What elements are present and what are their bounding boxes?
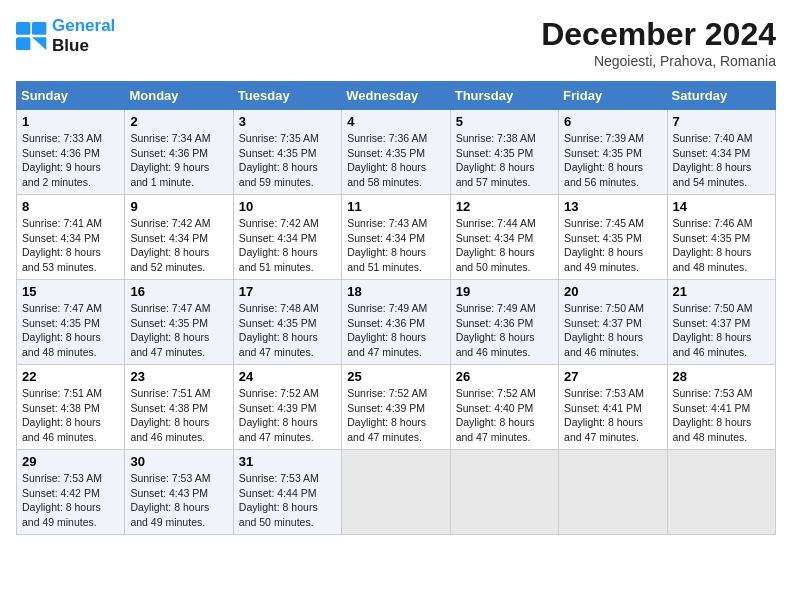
day-detail: Sunrise: 7:51 AMSunset: 4:38 PMDaylight:… (130, 387, 210, 443)
weekday-header-tuesday: Tuesday (233, 82, 341, 110)
day-number: 1 (22, 114, 119, 129)
location: Negoiesti, Prahova, Romania (541, 53, 776, 69)
calendar-cell: 14 Sunrise: 7:46 AMSunset: 4:35 PMDaylig… (667, 195, 775, 280)
calendar-cell: 17 Sunrise: 7:48 AMSunset: 4:35 PMDaylig… (233, 280, 341, 365)
day-detail: Sunrise: 7:52 AMSunset: 4:40 PMDaylight:… (456, 387, 536, 443)
day-detail: Sunrise: 7:35 AMSunset: 4:35 PMDaylight:… (239, 132, 319, 188)
day-number: 18 (347, 284, 444, 299)
calendar-cell: 28 Sunrise: 7:53 AMSunset: 4:41 PMDaylig… (667, 365, 775, 450)
day-detail: Sunrise: 7:47 AMSunset: 4:35 PMDaylight:… (130, 302, 210, 358)
day-number: 30 (130, 454, 227, 469)
day-number: 14 (673, 199, 770, 214)
day-number: 5 (456, 114, 553, 129)
day-detail: Sunrise: 7:53 AMSunset: 4:43 PMDaylight:… (130, 472, 210, 528)
calendar-cell: 30 Sunrise: 7:53 AMSunset: 4:43 PMDaylig… (125, 450, 233, 535)
calendar-cell: 20 Sunrise: 7:50 AMSunset: 4:37 PMDaylig… (559, 280, 667, 365)
day-number: 26 (456, 369, 553, 384)
page-header: General Blue December 2024 Negoiesti, Pr… (16, 16, 776, 69)
day-number: 20 (564, 284, 661, 299)
weekday-header-monday: Monday (125, 82, 233, 110)
day-detail: Sunrise: 7:51 AMSunset: 4:38 PMDaylight:… (22, 387, 102, 443)
month-title: December 2024 (541, 16, 776, 53)
calendar-cell: 4 Sunrise: 7:36 AMSunset: 4:35 PMDayligh… (342, 110, 450, 195)
calendar-cell: 8 Sunrise: 7:41 AMSunset: 4:34 PMDayligh… (17, 195, 125, 280)
calendar-cell (559, 450, 667, 535)
day-detail: Sunrise: 7:49 AMSunset: 4:36 PMDaylight:… (456, 302, 536, 358)
day-number: 3 (239, 114, 336, 129)
day-number: 4 (347, 114, 444, 129)
calendar-cell: 31 Sunrise: 7:53 AMSunset: 4:44 PMDaylig… (233, 450, 341, 535)
day-number: 12 (456, 199, 553, 214)
weekday-header-thursday: Thursday (450, 82, 558, 110)
day-number: 27 (564, 369, 661, 384)
day-detail: Sunrise: 7:42 AMSunset: 4:34 PMDaylight:… (239, 217, 319, 273)
day-detail: Sunrise: 7:48 AMSunset: 4:35 PMDaylight:… (239, 302, 319, 358)
day-detail: Sunrise: 7:33 AMSunset: 4:36 PMDaylight:… (22, 132, 102, 188)
day-number: 2 (130, 114, 227, 129)
calendar-cell: 9 Sunrise: 7:42 AMSunset: 4:34 PMDayligh… (125, 195, 233, 280)
day-detail: Sunrise: 7:41 AMSunset: 4:34 PMDaylight:… (22, 217, 102, 273)
calendar-cell: 2 Sunrise: 7:34 AMSunset: 4:36 PMDayligh… (125, 110, 233, 195)
day-number: 6 (564, 114, 661, 129)
day-detail: Sunrise: 7:42 AMSunset: 4:34 PMDaylight:… (130, 217, 210, 273)
calendar-cell (667, 450, 775, 535)
day-number: 15 (22, 284, 119, 299)
calendar-week-2: 8 Sunrise: 7:41 AMSunset: 4:34 PMDayligh… (17, 195, 776, 280)
calendar-cell: 21 Sunrise: 7:50 AMSunset: 4:37 PMDaylig… (667, 280, 775, 365)
calendar-cell: 22 Sunrise: 7:51 AMSunset: 4:38 PMDaylig… (17, 365, 125, 450)
calendar-cell (450, 450, 558, 535)
day-detail: Sunrise: 7:43 AMSunset: 4:34 PMDaylight:… (347, 217, 427, 273)
calendar-cell: 13 Sunrise: 7:45 AMSunset: 4:35 PMDaylig… (559, 195, 667, 280)
title-block: December 2024 Negoiesti, Prahova, Romani… (541, 16, 776, 69)
calendar-table: SundayMondayTuesdayWednesdayThursdayFrid… (16, 81, 776, 535)
calendar-cell: 5 Sunrise: 7:38 AMSunset: 4:35 PMDayligh… (450, 110, 558, 195)
day-detail: Sunrise: 7:53 AMSunset: 4:42 PMDaylight:… (22, 472, 102, 528)
calendar-cell: 26 Sunrise: 7:52 AMSunset: 4:40 PMDaylig… (450, 365, 558, 450)
day-detail: Sunrise: 7:46 AMSunset: 4:35 PMDaylight:… (673, 217, 753, 273)
day-number: 9 (130, 199, 227, 214)
calendar-cell: 6 Sunrise: 7:39 AMSunset: 4:35 PMDayligh… (559, 110, 667, 195)
calendar-cell: 23 Sunrise: 7:51 AMSunset: 4:38 PMDaylig… (125, 365, 233, 450)
weekday-header-saturday: Saturday (667, 82, 775, 110)
calendar-cell: 29 Sunrise: 7:53 AMSunset: 4:42 PMDaylig… (17, 450, 125, 535)
svg-rect-1 (16, 38, 30, 51)
day-number: 31 (239, 454, 336, 469)
calendar-cell: 18 Sunrise: 7:49 AMSunset: 4:36 PMDaylig… (342, 280, 450, 365)
weekday-header-wednesday: Wednesday (342, 82, 450, 110)
day-number: 29 (22, 454, 119, 469)
logo-icon (16, 22, 48, 50)
day-detail: Sunrise: 7:36 AMSunset: 4:35 PMDaylight:… (347, 132, 427, 188)
logo: General Blue (16, 16, 115, 57)
svg-rect-0 (16, 22, 30, 35)
day-number: 7 (673, 114, 770, 129)
calendar-cell (342, 450, 450, 535)
calendar-cell: 3 Sunrise: 7:35 AMSunset: 4:35 PMDayligh… (233, 110, 341, 195)
calendar-cell: 16 Sunrise: 7:47 AMSunset: 4:35 PMDaylig… (125, 280, 233, 365)
day-number: 8 (22, 199, 119, 214)
calendar-cell: 12 Sunrise: 7:44 AMSunset: 4:34 PMDaylig… (450, 195, 558, 280)
day-detail: Sunrise: 7:50 AMSunset: 4:37 PMDaylight:… (673, 302, 753, 358)
day-number: 11 (347, 199, 444, 214)
day-detail: Sunrise: 7:50 AMSunset: 4:37 PMDaylight:… (564, 302, 644, 358)
calendar-cell: 27 Sunrise: 7:53 AMSunset: 4:41 PMDaylig… (559, 365, 667, 450)
calendar-week-1: 1 Sunrise: 7:33 AMSunset: 4:36 PMDayligh… (17, 110, 776, 195)
day-number: 23 (130, 369, 227, 384)
weekday-header-sunday: Sunday (17, 82, 125, 110)
calendar-week-4: 22 Sunrise: 7:51 AMSunset: 4:38 PMDaylig… (17, 365, 776, 450)
logo-text: General Blue (52, 16, 115, 57)
day-detail: Sunrise: 7:39 AMSunset: 4:35 PMDaylight:… (564, 132, 644, 188)
day-detail: Sunrise: 7:52 AMSunset: 4:39 PMDaylight:… (239, 387, 319, 443)
day-detail: Sunrise: 7:52 AMSunset: 4:39 PMDaylight:… (347, 387, 427, 443)
calendar-cell: 25 Sunrise: 7:52 AMSunset: 4:39 PMDaylig… (342, 365, 450, 450)
weekday-header-friday: Friday (559, 82, 667, 110)
day-number: 25 (347, 369, 444, 384)
calendar-cell: 19 Sunrise: 7:49 AMSunset: 4:36 PMDaylig… (450, 280, 558, 365)
calendar-week-3: 15 Sunrise: 7:47 AMSunset: 4:35 PMDaylig… (17, 280, 776, 365)
day-number: 16 (130, 284, 227, 299)
day-number: 17 (239, 284, 336, 299)
day-number: 28 (673, 369, 770, 384)
day-detail: Sunrise: 7:38 AMSunset: 4:35 PMDaylight:… (456, 132, 536, 188)
day-number: 21 (673, 284, 770, 299)
day-number: 13 (564, 199, 661, 214)
day-number: 19 (456, 284, 553, 299)
